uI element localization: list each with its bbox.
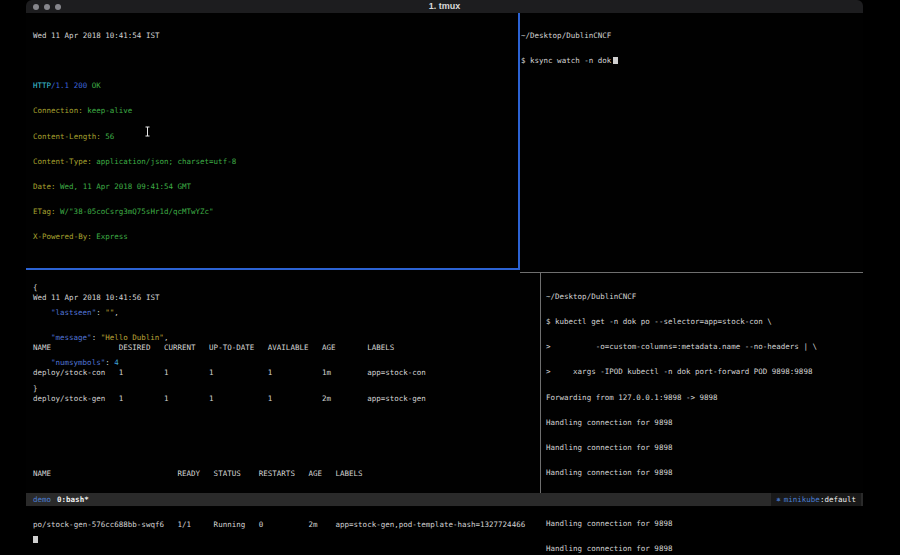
response-header-line: Content-Type:application/json; charset=u… xyxy=(33,158,513,166)
terminal-window: 1. tmux Wed 11 Apr 2018 10:41:54 IST HTT… xyxy=(26,0,863,507)
status-right: ⎈minikube:default xyxy=(771,493,861,506)
session-name: demo xyxy=(33,495,51,504)
close-button[interactable] xyxy=(33,4,39,10)
command-continuation-line: > -o=custom-columns=:metadata.name --no-… xyxy=(546,343,861,351)
window-tab[interactable]: 0:bash* xyxy=(51,495,89,504)
kube-context: minikube xyxy=(781,495,820,504)
cwd-line: ~/Desktop/DublinCNCF xyxy=(546,293,861,301)
deployments-table-row: deploy/stock-con 1 1 1 1 1m app=stock-co… xyxy=(33,369,538,377)
zoom-button[interactable] xyxy=(55,4,61,10)
pane-kubectl-get[interactable]: Wed 11 Apr 2018 10:41:56 IST NAME DESIRE… xyxy=(33,277,538,555)
command-line: $ ksync watch -n dok xyxy=(521,57,856,65)
http-reason: OK xyxy=(92,81,101,90)
deployments-table-header: NAME DESIRED CURRENT UP-TO-DATE AVAILABL… xyxy=(33,344,538,352)
terminal-cursor xyxy=(613,57,618,64)
command-line: $ kubectl get -n dok po --selector=app=s… xyxy=(546,318,861,326)
traffic-lights xyxy=(33,4,61,10)
pane-port-forward[interactable]: ~/Desktop/DublinCNCF $ kubectl get -n do… xyxy=(546,276,861,555)
minimize-button[interactable] xyxy=(44,4,50,10)
cwd-line: ~/Desktop/DublinCNCF xyxy=(521,32,856,40)
http-protocol: HTTP xyxy=(33,81,51,90)
response-header-line: ETag:W/"38-05coCsrg3mQ75sHr1d/qcMTwYZc" xyxy=(33,208,513,216)
active-pane-divider-horizontal[interactable] xyxy=(26,268,520,270)
output-line: Handling connection for 9898 xyxy=(546,520,861,528)
status-left: demo0:bash* xyxy=(33,493,89,506)
pane-divider-vertical[interactable] xyxy=(540,272,541,493)
title-bar[interactable]: 1. tmux xyxy=(26,0,863,13)
pods-table-header: NAME READY STATUS RESTARTS AGE LABELS xyxy=(33,470,538,478)
http-version-code: /1.1 200 xyxy=(51,81,92,90)
mouse-ibeam-cursor xyxy=(144,122,151,141)
output-line: Handling connection for 9898 xyxy=(546,545,861,553)
response-header-line: Connection:keep-alive xyxy=(33,107,513,115)
response-header-line: Date:Wed, 11 Apr 2018 09:41:54 GMT xyxy=(33,183,513,191)
output-line: Handling connection for 9898 xyxy=(546,469,861,477)
kube-namespace: :default xyxy=(820,495,856,504)
pane-ksync[interactable]: ~/Desktop/DublinCNCF $ ksync watch -n do… xyxy=(521,15,856,82)
response-header-line: X-Powered-By:Express xyxy=(33,233,513,241)
window-title: 1. tmux xyxy=(26,0,863,13)
response-header-line: Content-Length:56 xyxy=(33,133,513,141)
timestamp-line: Wed 11 Apr 2018 10:41:56 IST xyxy=(33,294,538,302)
http-status-line: HTTP/1.1 200 OK xyxy=(33,82,513,90)
pane-divider-horizontal[interactable] xyxy=(520,272,863,273)
deployments-table-row: deploy/stock-gen 1 1 1 1 2m app=stock-ge… xyxy=(33,395,538,403)
output-line: Handling connection for 9898 xyxy=(546,419,861,427)
tmux-status-bar: demo0:bash* ⎈minikube:default xyxy=(26,493,863,506)
output-line: Handling connection for 9898 xyxy=(546,444,861,452)
pods-table-row: po/stock-gen-576cc688bb-swqf6 1/1 Runnin… xyxy=(33,521,538,529)
command-continuation-line: > xargs -IPOD kubectl -n dok port-forwar… xyxy=(546,368,861,376)
timestamp-line: Wed 11 Apr 2018 10:41:54 IST xyxy=(33,32,513,40)
output-line: Forwarding from 127.0.0.1:9898 -> 9898 xyxy=(546,394,861,402)
active-pane-divider-vertical[interactable] xyxy=(518,13,520,269)
